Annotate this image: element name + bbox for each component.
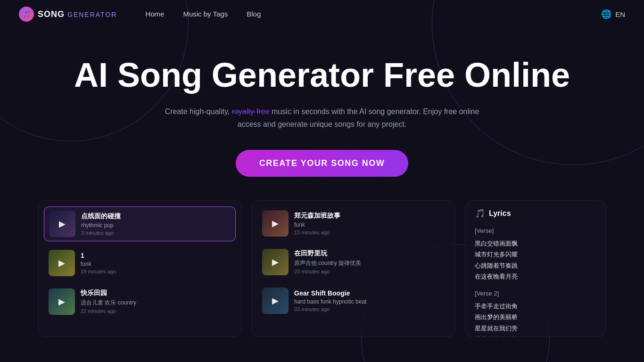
song-column-right: ▶ 郑元森加班故事 funk 13 minutes ago ▶ 在田野里玩 原声… xyxy=(251,200,455,337)
song-item[interactable]: ▶ 快乐田园 适合儿童 欢乐 country 22 minutes ago xyxy=(44,285,236,319)
song-thumbnail: ▶ xyxy=(49,211,75,237)
nav-right: 🌐 EN xyxy=(601,9,625,19)
song-thumb-bg: ▶ xyxy=(262,249,289,275)
song-thumb-bg: ▶ xyxy=(262,288,289,314)
nav-links: Home Music by Tags Blog xyxy=(145,10,261,18)
lyrics-line: 这夜晚多么欢畅 xyxy=(475,334,596,337)
hero-description: Create high-quality, royalty-free music … xyxy=(162,105,482,131)
song-thumb-bg: ▶ xyxy=(49,288,75,315)
lyrics-icon: 🎵 xyxy=(475,208,485,219)
song-info: 快乐田园 适合儿童 欢乐 country 22 minutes ago xyxy=(81,289,231,314)
song-panels: ▶ 点线面的碰撞 rhythmic pop 3 minutes ago ▶ 1 … xyxy=(38,200,455,337)
navbar: 🎵 SONG GENERATOR Home Music by Tags Blog… xyxy=(0,0,644,28)
play-icon: ▶ xyxy=(59,219,66,229)
song-time: 3 minutes ago xyxy=(81,230,231,236)
song-item[interactable]: ▶ 在田野里玩 原声吉他 country 旋律优美 23 minutes ago xyxy=(257,245,449,279)
song-thumbnail: ▶ xyxy=(262,288,289,314)
create-song-button[interactable]: CREATE YOUR SONG NOW xyxy=(236,150,408,177)
play-icon: ▶ xyxy=(272,257,279,267)
song-genre: 原声吉他 country 旋律优美 xyxy=(294,259,445,267)
song-thumbnail: ▶ xyxy=(49,250,75,276)
nav-home[interactable]: Home xyxy=(145,10,164,18)
song-thumbnail: ▶ xyxy=(49,288,75,315)
song-info: 郑元森加班故事 funk 13 minutes ago xyxy=(294,212,445,235)
song-time: 19 minutes ago xyxy=(81,269,231,274)
song-time: 22 minutes ago xyxy=(81,308,231,314)
lyrics-title: Lyrics xyxy=(489,209,511,218)
song-info: 点线面的碰撞 rhythmic pop 3 minutes ago xyxy=(81,212,231,236)
lyrics-content: [Verse]黑白交错画面飘城市灯光多闪耀心跳随着节奏跳在这夜晚看月亮[Vers… xyxy=(475,225,596,337)
song-item[interactable]: ▶ 点线面的碰撞 rhythmic pop 3 minutes ago xyxy=(44,206,236,241)
lyrics-line: 星星就在我们旁 xyxy=(475,323,596,334)
play-icon: ▶ xyxy=(58,296,65,307)
lyrics-section-label: [Verse] xyxy=(475,225,596,236)
lyrics-line: 黑白交错画面飘 xyxy=(475,238,596,249)
hero-section: AI Song Generator Free Online Create hig… xyxy=(0,28,644,191)
lyrics-line: 画出梦的美丽桥 xyxy=(475,312,596,322)
hero-title: AI Song Generator Free Online xyxy=(9,57,635,94)
song-genre: hard bass funk hypnotic beat xyxy=(294,298,445,305)
lyrics-line: 在这夜晚看月亮 xyxy=(475,271,596,282)
song-time: 13 minutes ago xyxy=(294,230,445,235)
song-time: 33 minutes ago xyxy=(294,306,445,312)
song-title: Gear Shift Boogie xyxy=(294,289,445,297)
song-column-left: ▶ 点线面的碰撞 rhythmic pop 3 minutes ago ▶ 1 … xyxy=(38,200,242,337)
logo[interactable]: 🎵 SONG GENERATOR xyxy=(19,7,117,22)
play-icon: ▶ xyxy=(272,218,279,229)
song-title: 快乐田园 xyxy=(81,289,231,297)
song-genre: 适合儿童 欢乐 country xyxy=(81,299,231,307)
song-info: 在田野里玩 原声吉他 country 旋律优美 23 minutes ago xyxy=(294,249,445,274)
song-title: 郑元森加班故事 xyxy=(294,212,445,220)
song-info: 1 funk 19 minutes ago xyxy=(81,252,231,274)
song-title: 1 xyxy=(81,252,231,259)
nav-blog[interactable]: Blog xyxy=(247,10,261,18)
play-icon: ▶ xyxy=(272,296,279,306)
lyrics-panel: 🎵 Lyrics [Verse]黑白交错画面飘城市灯光多闪耀心跳随着节奏跳在这夜… xyxy=(465,200,606,337)
logo-icon: 🎵 xyxy=(19,7,34,22)
lyrics-header: 🎵 Lyrics xyxy=(475,208,596,219)
song-thumbnail: ▶ xyxy=(262,210,289,237)
song-title: 点线面的碰撞 xyxy=(81,212,231,221)
logo-text: SONG GENERATOR xyxy=(38,9,117,19)
song-thumb-bg: ▶ xyxy=(49,211,75,237)
play-icon: ▶ xyxy=(58,258,65,268)
lyrics-line: 手牵手走过街角 xyxy=(475,301,596,312)
song-genre: funk xyxy=(294,222,445,228)
song-info: Gear Shift Boogie hard bass funk hypnoti… xyxy=(294,289,445,312)
song-time: 23 minutes ago xyxy=(294,269,445,274)
nav-music-by-tags[interactable]: Music by Tags xyxy=(183,10,228,18)
song-item[interactable]: ▶ 1 funk 19 minutes ago xyxy=(44,246,236,280)
song-thumb-bg: ▶ xyxy=(262,210,289,237)
lyrics-line: 城市灯光多闪耀 xyxy=(475,249,596,260)
song-genre: rhythmic pop xyxy=(81,222,231,229)
content-section: ▶ 点线面的碰撞 rhythmic pop 3 minutes ago ▶ 1 … xyxy=(0,191,644,337)
song-thumb-bg: ▶ xyxy=(49,250,75,276)
song-title: 在田野里玩 xyxy=(294,249,445,258)
language-icon: 🌐 xyxy=(601,9,611,19)
song-genre: funk xyxy=(81,261,231,267)
song-item[interactable]: ▶ 郑元森加班故事 funk 13 minutes ago xyxy=(257,206,449,240)
song-thumbnail: ▶ xyxy=(262,249,289,275)
lyrics-section-label: [Verse 2] xyxy=(475,288,596,299)
song-item[interactable]: ▶ Gear Shift Boogie hard bass funk hypno… xyxy=(257,284,449,318)
language-label[interactable]: EN xyxy=(615,10,625,18)
lyrics-line: 心跳随着节奏跳 xyxy=(475,260,596,271)
